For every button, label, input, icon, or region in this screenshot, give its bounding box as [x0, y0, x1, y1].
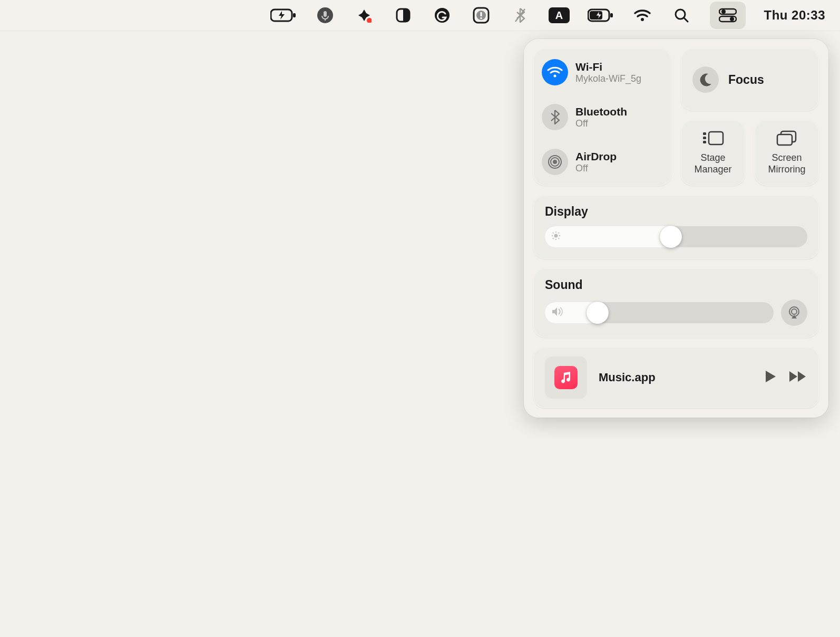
now-playing-controls — [764, 370, 807, 385]
control-center-panel: Wi-Fi Mykola-WiF_5g Bluetooth Off Ai — [524, 39, 828, 418]
stage-manager-label: Stage Manager — [683, 152, 743, 175]
wifi-subtitle: Mykola-WiF_5g — [575, 73, 641, 85]
stage-manager-icon — [701, 130, 725, 148]
svg-rect-32 — [703, 141, 706, 143]
display-title: Display — [545, 205, 807, 219]
focus-title: Focus — [728, 73, 764, 87]
svg-rect-10 — [481, 12, 482, 16]
wifi-icon — [542, 59, 568, 85]
svg-point-25 — [554, 75, 556, 78]
menu-control-center-toggle[interactable] — [710, 2, 746, 29]
moon-icon — [692, 66, 719, 93]
svg-text:A: A — [555, 9, 563, 21]
airdrop-title: AirDrop — [575, 150, 617, 163]
music-app-icon — [554, 366, 578, 389]
svg-line-40 — [553, 233, 554, 234]
bluetooth-icon — [542, 104, 568, 130]
menu-battery-charging-1[interactable] — [270, 5, 297, 26]
display-card: Display — [533, 195, 819, 259]
svg-point-18 — [641, 18, 644, 21]
svg-rect-31 — [703, 137, 706, 139]
svg-rect-3 — [324, 11, 327, 17]
menu-keyboard-input-icon[interactable]: A — [549, 5, 570, 26]
screen-mirroring-label: Screen Mirroring — [757, 152, 817, 175]
svg-point-44 — [792, 309, 797, 314]
airplay-audio-button[interactable] — [781, 300, 807, 326]
menubar: A Thu 20:33 — [0, 0, 840, 31]
sound-volume-slider[interactable] — [545, 302, 774, 323]
svg-rect-1 — [293, 13, 296, 17]
menu-clock[interactable]: Thu 20:33 — [764, 5, 825, 26]
fast-forward-button[interactable] — [788, 370, 807, 385]
stage-manager-tile[interactable]: Stage Manager — [681, 120, 745, 186]
menu-wifi-icon[interactable] — [632, 5, 653, 26]
display-brightness-slider[interactable] — [545, 226, 807, 247]
screen-mirroring-tile[interactable]: Screen Mirroring — [755, 120, 819, 186]
wifi-entry[interactable]: Wi-Fi Mykola-WiF_5g — [540, 57, 665, 88]
bluetooth-subtitle: Off — [575, 118, 627, 130]
bluetooth-entry[interactable]: Bluetooth Off — [540, 102, 665, 132]
now-playing-app-name: Music.app — [599, 371, 753, 384]
svg-line-41 — [559, 238, 560, 239]
svg-rect-30 — [703, 132, 706, 135]
menu-grammarly-icon[interactable] — [432, 5, 453, 26]
svg-point-35 — [554, 234, 558, 238]
menu-contrast-icon[interactable] — [393, 5, 414, 26]
svg-rect-16 — [610, 13, 613, 17]
connectivity-card: Wi-Fi Mykola-WiF_5g Bluetooth Off Ai — [533, 49, 671, 186]
screen-mirroring-icon — [776, 130, 798, 148]
airdrop-icon — [542, 149, 568, 175]
menu-setapp-icon[interactable] — [354, 5, 375, 26]
airdrop-entry[interactable]: AirDrop Off — [540, 147, 665, 177]
svg-point-5 — [367, 18, 372, 23]
airdrop-subtitle: Off — [575, 163, 617, 175]
now-playing-card[interactable]: Music.app — [533, 347, 819, 408]
svg-line-20 — [684, 18, 688, 22]
bluetooth-title: Bluetooth — [575, 105, 627, 118]
sound-card: Sound — [533, 268, 819, 337]
svg-line-42 — [553, 238, 554, 239]
menu-battery-charging-2[interactable] — [588, 5, 614, 26]
now-playing-artwork — [545, 356, 587, 399]
menu-alert-app-icon[interactable] — [471, 5, 492, 26]
svg-point-22 — [721, 9, 726, 14]
menu-spotlight-icon[interactable] — [671, 5, 692, 26]
brightness-low-icon — [551, 231, 561, 243]
svg-point-26 — [553, 160, 557, 164]
menu-bluetooth-off-icon[interactable] — [510, 5, 531, 26]
play-button[interactable] — [764, 370, 777, 385]
menu-microphone-icon[interactable] — [315, 5, 336, 26]
svg-rect-34 — [777, 134, 792, 145]
svg-point-24 — [730, 17, 734, 21]
sound-title: Sound — [545, 278, 807, 292]
svg-line-43 — [559, 233, 560, 234]
svg-rect-11 — [481, 17, 482, 19]
focus-card[interactable]: Focus — [681, 49, 819, 111]
svg-rect-29 — [709, 132, 723, 144]
volume-icon — [551, 307, 563, 318]
wifi-title: Wi-Fi — [575, 60, 641, 73]
